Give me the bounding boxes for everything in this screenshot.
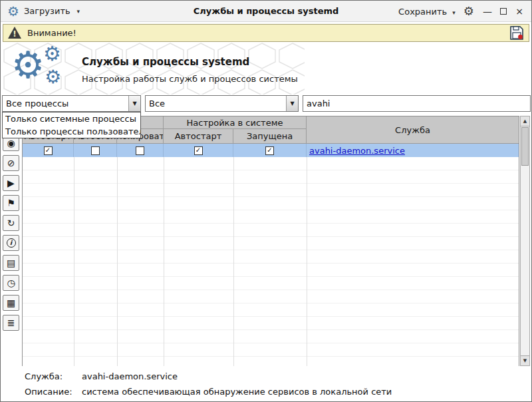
column-divider	[74, 157, 74, 366]
journal-icon: ▦	[7, 298, 15, 307]
unit-file-button[interactable]: ▤	[3, 255, 19, 271]
service-label: Служба:	[25, 371, 63, 381]
load-menu[interactable]: ⚙ Загрузить ▾	[7, 5, 80, 18]
cell-session-autostop	[74, 144, 117, 157]
save-button-label[interactable]: Сохранить	[398, 7, 447, 17]
state-filter-value: Все	[146, 96, 286, 111]
column-divider	[117, 157, 118, 366]
column-header-service[interactable]: Служба	[307, 116, 519, 143]
process-filter-combobox[interactable]: Все процессы ▼	[2, 95, 141, 112]
chevron-down-icon: ▼	[290, 100, 294, 106]
info-button[interactable]: i	[3, 235, 19, 251]
side-toolbar: ◉ ⊘ ▶ ⚑ ↻ i ▤ ◷ ▦ ≣	[3, 135, 21, 331]
scroll-down-icon: ▼	[523, 358, 527, 363]
table-row-selected[interactable]: ✓ ✓ ✓ avahi-daemon.service	[23, 144, 519, 157]
vertical-scrollbar[interactable]: ▲ ▼	[520, 116, 530, 366]
table-empty-area	[23, 157, 519, 366]
process-filter-value: Все процессы	[3, 96, 128, 111]
load-button-label[interactable]: Загрузить	[24, 6, 70, 16]
minimize-button[interactable]: —	[482, 7, 493, 16]
checkbox-running[interactable]: ✓	[265, 146, 274, 155]
cell-session-autostart: ✓	[23, 144, 74, 157]
page-subtitle: Настройка работы служб и процессов систе…	[82, 74, 298, 84]
document-icon: ▤	[7, 258, 15, 268]
close-button[interactable]: ×	[514, 7, 525, 16]
search-input[interactable]	[303, 95, 531, 112]
description-label: Описание:	[25, 387, 72, 397]
column-group-system[interactable]: Настройка в системе	[164, 116, 307, 129]
disable-icon: ⊘	[7, 158, 15, 168]
journal-button[interactable]: ▦	[3, 295, 19, 311]
checkbox-session-block[interactable]	[136, 146, 144, 155]
state-filter-dropdown-button[interactable]: ▼	[286, 96, 298, 111]
chevron-down-icon: ▾	[77, 8, 80, 15]
chevron-down-icon: ▾	[452, 9, 456, 16]
process-filter-dropdown-button[interactable]: ▼	[128, 96, 140, 111]
column-divider	[233, 157, 234, 366]
info-icon: i	[7, 238, 16, 248]
flag-icon: ⚑	[7, 198, 15, 208]
settings-gear-icon[interactable]: ⚙	[464, 5, 474, 17]
cell-system-autostart: ✓	[164, 144, 233, 157]
column-header-running[interactable]: Запущена	[233, 129, 307, 143]
svg-text:!: !	[13, 29, 16, 39]
warning-text: Внимание!	[27, 28, 76, 38]
maximize-icon	[500, 8, 507, 15]
history-button[interactable]: ◷	[3, 275, 19, 291]
titlebar: ⚙ Загрузить ▾ Службы и процессы systemd …	[1, 1, 531, 22]
save-menu[interactable]: Сохранить ▾	[398, 5, 456, 17]
clock-document-icon: ◷	[7, 278, 15, 288]
cell-running: ✓	[233, 144, 307, 157]
checkbox-session-autostop[interactable]	[91, 146, 100, 155]
column-divider	[164, 157, 164, 366]
start-button[interactable]: ▶	[3, 175, 19, 191]
dropdown-option-system-processes[interactable]: Только системные процессы	[3, 112, 140, 125]
banner: ⚙ ⚙ ⚙ Службы и процессы systemd Настройк…	[2, 43, 530, 95]
scrollbar-thumb[interactable]	[521, 127, 529, 166]
state-filter-combobox[interactable]: Все ▼	[145, 95, 299, 112]
column-divider	[307, 157, 307, 366]
disable-button[interactable]: ⊘	[3, 155, 19, 171]
service-link[interactable]: avahi-daemon.service	[309, 146, 405, 156]
save-journal-icon[interactable]	[509, 25, 525, 41]
app-gear-icon: ⚙	[7, 5, 19, 18]
services-table: Настройка в сессии Настройка в системе С…	[22, 116, 519, 366]
column-header-system-autostart[interactable]: Автостарт	[164, 129, 233, 143]
process-filter-dropdown-list: Только системные процессы Только процесс…	[2, 112, 141, 138]
description-value: система обеспечивающая обнаружение серви…	[82, 387, 392, 397]
page-title: Службы и процессы systemd	[82, 56, 249, 68]
scroll-up-button[interactable]: ▲	[521, 116, 529, 126]
maximize-button[interactable]	[498, 7, 509, 16]
warning-bar: ! Внимание!	[3, 24, 529, 42]
cell-session-block	[117, 144, 164, 157]
details-panel: Служба: avahi-daemon.service Описание: с…	[2, 368, 530, 400]
logo-gear-icon: ⚙	[45, 68, 61, 87]
checkbox-session-autostart[interactable]: ✓	[44, 146, 53, 155]
window-title: Службы и процессы systemd	[194, 6, 339, 16]
window-controls: — ×	[482, 7, 525, 16]
logo-gear-icon: ⚙	[43, 44, 61, 64]
service-value: avahi-daemon.service	[82, 371, 178, 381]
logo-gear-icon: ⚙	[11, 47, 45, 84]
dropdown-option-user-processes[interactable]: Только процессы пользователя	[3, 125, 140, 138]
app-window: ⚙ Загрузить ▾ Службы и процессы systemd …	[0, 0, 532, 402]
scroll-down-button[interactable]: ▼	[521, 355, 529, 365]
refresh-icon: ↻	[7, 218, 15, 228]
cell-service-name: avahi-daemon.service	[307, 144, 519, 157]
refresh-button[interactable]: ↻	[3, 215, 19, 231]
status-flag-button[interactable]: ⚑	[3, 195, 19, 211]
scroll-up-icon: ▲	[523, 118, 527, 124]
list-icon: ≣	[7, 318, 15, 327]
chevron-down-icon: ▼	[132, 100, 136, 106]
checkbox-system-autostart[interactable]: ✓	[194, 146, 203, 155]
stop-icon: ◉	[7, 138, 15, 148]
warning-triangle-icon: !	[7, 26, 22, 40]
dependency-list-button[interactable]: ≣	[3, 315, 19, 331]
play-icon: ▶	[7, 178, 15, 188]
